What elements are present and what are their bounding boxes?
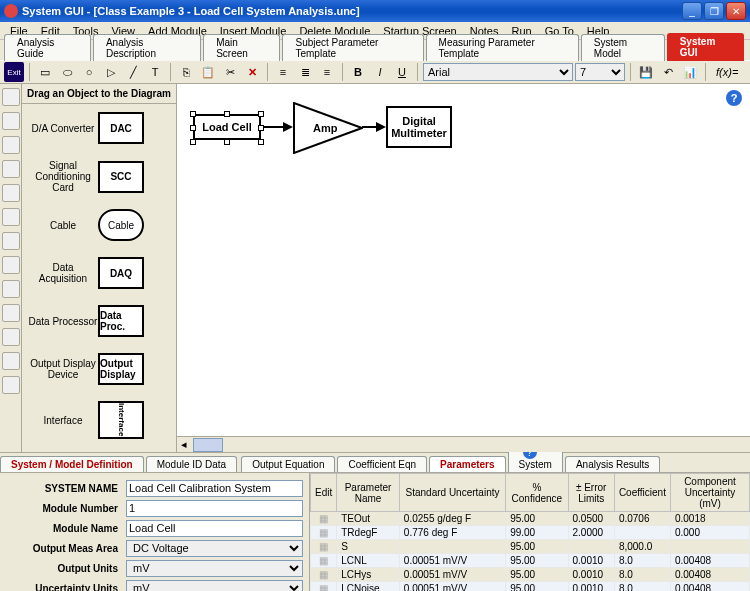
- save-button[interactable]: 💾: [636, 62, 656, 82]
- cell[interactable]: ▦: [311, 526, 337, 540]
- output-units-select[interactable]: mV: [126, 560, 303, 577]
- system-name-input[interactable]: [126, 480, 303, 497]
- shape-tool-11[interactable]: [2, 352, 20, 370]
- shape-tool-6[interactable]: [2, 232, 20, 250]
- bottom-tab-parameters[interactable]: Parameters: [429, 456, 505, 472]
- sel-handle[interactable]: [224, 139, 230, 145]
- palette-item-dataproc[interactable]: Data Proc.: [98, 305, 144, 337]
- column-header[interactable]: Component Uncertainty (mV): [670, 474, 749, 512]
- output-meas-area-select[interactable]: DC Voltage: [126, 540, 303, 557]
- sel-handle[interactable]: [258, 139, 264, 145]
- shape-tool-10[interactable]: [2, 328, 20, 346]
- sel-handle[interactable]: [258, 111, 264, 117]
- shape-tool-8[interactable]: [2, 280, 20, 298]
- chart-button[interactable]: 📊: [680, 62, 700, 82]
- column-header[interactable]: Parameter Name: [337, 474, 400, 512]
- copy-button[interactable]: ⎘: [176, 62, 196, 82]
- module-number-input[interactable]: [126, 500, 303, 517]
- cell[interactable]: ▦: [311, 512, 337, 526]
- align-left-button[interactable]: ≡: [273, 62, 293, 82]
- column-header[interactable]: Coefficient: [614, 474, 670, 512]
- palette-item-cable[interactable]: Cable: [98, 209, 144, 241]
- column-header[interactable]: % Confidence: [506, 474, 568, 512]
- tab-measuring-parameter-template[interactable]: Measuring Parameter Template: [426, 34, 579, 61]
- cell[interactable]: ▦: [311, 568, 337, 582]
- sel-handle[interactable]: [190, 139, 196, 145]
- text-tool[interactable]: T: [145, 62, 165, 82]
- minimize-button[interactable]: _: [682, 2, 702, 20]
- circle-tool[interactable]: ○: [79, 62, 99, 82]
- uncertainty-units-select[interactable]: mV: [126, 580, 303, 592]
- block-load-cell[interactable]: Load Cell: [193, 114, 261, 140]
- table-row[interactable]: ▦S95.008,000.0: [311, 540, 750, 554]
- fx-button[interactable]: f(x)=: [711, 62, 743, 82]
- align-right-button[interactable]: ≡: [317, 62, 337, 82]
- shape-tool-2[interactable]: [2, 136, 20, 154]
- table-row[interactable]: ▦LCNoise0.00051 mV/V95.000.00108.00.0040…: [311, 582, 750, 592]
- cut-button[interactable]: ✂: [220, 62, 240, 82]
- column-header[interactable]: Standard Uncertainty: [399, 474, 505, 512]
- pointer-tool[interactable]: [2, 88, 20, 106]
- cell[interactable]: ▦: [311, 540, 337, 554]
- shape-tool-1[interactable]: [2, 112, 20, 130]
- tab-system-gui[interactable]: System GUI: [667, 33, 744, 61]
- italic-button[interactable]: I: [370, 62, 390, 82]
- undo-button[interactable]: ↶: [658, 62, 678, 82]
- cell[interactable]: ▦: [311, 554, 337, 568]
- cell: 0.00051 mV/V: [399, 582, 505, 592]
- palette-item-outputdisplay[interactable]: Output Display: [98, 353, 144, 385]
- sel-handle[interactable]: [224, 111, 230, 117]
- line-tool[interactable]: ╱: [123, 62, 143, 82]
- bottom-tab-coefficient-eqn[interactable]: Coefficient Eqn: [337, 456, 427, 472]
- help-icon[interactable]: ?: [726, 90, 742, 106]
- font-size-select[interactable]: 7: [575, 63, 625, 81]
- palette-item-interface[interactable]: Interface: [98, 401, 144, 439]
- maximize-button[interactable]: ❐: [704, 2, 724, 20]
- shape-tool-5[interactable]: [2, 208, 20, 226]
- tab-analysis-description[interactable]: Analysis Description: [93, 34, 201, 61]
- exit-button[interactable]: Exit: [4, 62, 24, 82]
- paste-button[interactable]: 📋: [198, 62, 218, 82]
- shape-tool-3[interactable]: [2, 160, 20, 178]
- palette-item-dac[interactable]: DAC: [98, 112, 144, 144]
- align-center-button[interactable]: ≣: [295, 62, 315, 82]
- shape-tool-9[interactable]: [2, 304, 20, 322]
- underline-button[interactable]: U: [392, 62, 412, 82]
- sel-handle[interactable]: [190, 125, 196, 131]
- close-button[interactable]: ✕: [726, 2, 746, 20]
- play-tool[interactable]: ▷: [101, 62, 121, 82]
- palette-item-scc[interactable]: SCC: [98, 161, 144, 193]
- bottom-tab-module-id-data[interactable]: Module ID Data: [146, 456, 237, 472]
- delete-button[interactable]: ✕: [242, 62, 262, 82]
- tab-analysis-guide[interactable]: Analysis Guide: [4, 34, 91, 61]
- bottom-tab-system---model-definition[interactable]: System / Model Definition: [0, 456, 144, 472]
- rect-tool[interactable]: ▭: [35, 62, 55, 82]
- shape-tool-4[interactable]: [2, 184, 20, 202]
- font-name-select[interactable]: Arial: [423, 63, 573, 81]
- block-dmm[interactable]: Digital Multimeter: [386, 106, 452, 148]
- module-name-input[interactable]: [126, 520, 303, 537]
- palette-item-daq[interactable]: DAQ: [98, 257, 144, 289]
- block-amp[interactable]: Amp: [293, 102, 363, 154]
- bottom-tab-output-equation[interactable]: Output Equation: [241, 456, 335, 472]
- h-scrollbar[interactable]: ◂: [177, 436, 750, 452]
- cell[interactable]: ▦: [311, 582, 337, 592]
- table-row[interactable]: ▦TEOut0.0255 g/deg F95.000.05000.07060.0…: [311, 512, 750, 526]
- table-row[interactable]: ▦TRdegF0.776 deg F99.002.00000.000: [311, 526, 750, 540]
- table-row[interactable]: ▦LCNL0.00051 mV/V95.000.00108.00.00408: [311, 554, 750, 568]
- table-row[interactable]: ▦LCHys0.00051 mV/V95.000.00108.00.00408: [311, 568, 750, 582]
- cell: 99.00: [506, 526, 568, 540]
- tab-main-screen[interactable]: Main Screen: [203, 34, 280, 61]
- shape-tool-7[interactable]: [2, 256, 20, 274]
- column-header[interactable]: Edit: [311, 474, 337, 512]
- tab-subject-parameter-template[interactable]: Subject Parameter Template: [282, 34, 423, 61]
- sel-handle[interactable]: [190, 111, 196, 117]
- tab-system-model[interactable]: System Model: [581, 34, 665, 61]
- column-header[interactable]: ± Error Limits: [568, 474, 614, 512]
- bold-button[interactable]: B: [348, 62, 368, 82]
- oval-tool[interactable]: ⬭: [57, 62, 77, 82]
- diagram-canvas[interactable]: ? Load Cell Amp Digital Multimeter ◂: [177, 84, 750, 452]
- bottom-tab-analysis-results[interactable]: Analysis Results: [565, 456, 660, 472]
- parameters-grid[interactable]: EditParameter NameStandard Uncertainty% …: [310, 473, 750, 591]
- shape-tool-12[interactable]: [2, 376, 20, 394]
